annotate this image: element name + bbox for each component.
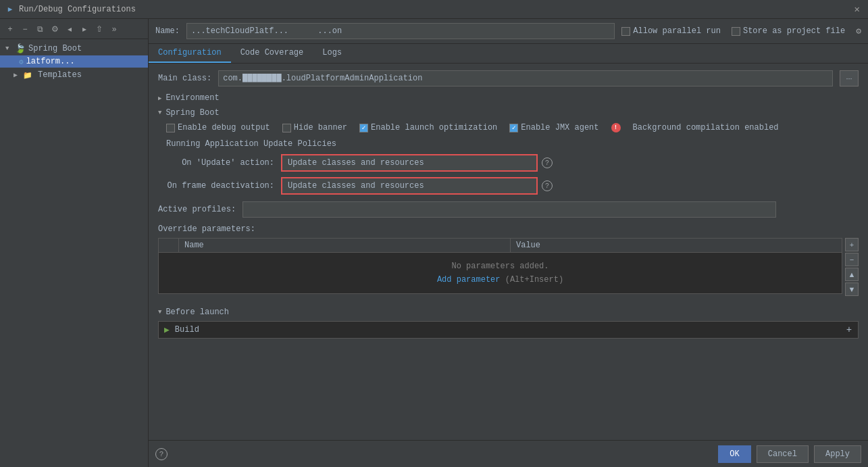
enable-debug-checkbox[interactable]: [166, 124, 175, 132]
enable-jmx-label: Enable JMX agent: [521, 123, 598, 132]
remove-configuration-button[interactable]: −: [19, 23, 31, 35]
enable-jmx-group: Enable JMX agent: [509, 123, 598, 132]
hide-banner-group: Hide banner: [282, 123, 347, 132]
main-class-row: Main class: ···: [158, 70, 859, 87]
no-params-text: No parameters added.: [451, 262, 548, 271]
enable-launch-checkbox[interactable]: [359, 124, 368, 132]
bg-compilation-error-icon: !: [611, 123, 621, 132]
params-table-wrapper: Name Value No parameters added. Add para…: [158, 238, 859, 301]
name-label: Name:: [155, 26, 180, 36]
before-launch-section: ▼ Before launch ▶ Build +: [158, 308, 859, 339]
close-button[interactable]: ✕: [852, 3, 863, 15]
hide-banner-label: Hide banner: [294, 123, 347, 132]
on-frame-dropdown-container: Update classes and resources Update clas…: [281, 177, 553, 195]
name-input[interactable]: [186, 23, 615, 39]
before-launch-header[interactable]: ▼ Before launch: [158, 308, 859, 317]
override-params-section: Override parameters: Name Value No param…: [158, 224, 859, 301]
move-up-button[interactable]: ▲: [845, 268, 859, 281]
content-area: Name: Allow parallel run Store as projec…: [149, 19, 868, 467]
environment-arrow-icon: ▶: [158, 95, 161, 102]
params-table-header: Name Value: [159, 239, 842, 253]
environment-section-title: Environment: [165, 93, 219, 103]
enable-launch-label: Enable launch optimization: [371, 123, 497, 132]
enable-jmx-checkbox[interactable]: [509, 124, 518, 132]
params-col-checkbox: [159, 239, 179, 252]
build-label: Build: [175, 325, 199, 335]
active-profiles-label: Active profiles:: [158, 205, 236, 214]
templates-folder-icon: 📁: [23, 71, 32, 80]
environment-section-header[interactable]: ▶ Environment: [158, 93, 859, 103]
enable-debug-label: Enable debug output: [178, 123, 270, 132]
active-profiles-input[interactable]: [242, 201, 776, 218]
build-item: ▶ Build +: [158, 321, 859, 339]
allow-parallel-label: Allow parallel run: [633, 26, 721, 36]
on-frame-row: On frame deactivation: Update classes an…: [166, 177, 859, 195]
ok-button[interactable]: OK: [718, 445, 750, 463]
help-button[interactable]: ?: [155, 448, 168, 460]
configuration-content: Main class: ··· ▶ Environment ▼ Spring B…: [149, 64, 868, 440]
add-configuration-button[interactable]: +: [4, 23, 16, 35]
tab-configuration[interactable]: Configuration: [149, 44, 231, 63]
prev-button[interactable]: ◂: [63, 23, 76, 35]
move-down-button[interactable]: ▼: [845, 282, 859, 296]
spring-boot-section-arrow-icon: ▼: [158, 109, 161, 116]
hide-banner-checkbox[interactable]: [282, 124, 291, 132]
active-profiles-row: Active profiles:: [158, 201, 859, 218]
add-before-launch-button[interactable]: +: [843, 324, 855, 336]
selected-item-label: latform...: [26, 57, 75, 66]
cancel-button[interactable]: Cancel: [757, 445, 809, 463]
sidebar-toolbar: + − ⧉ ⚙ ◂ ▸ ⇧ »: [0, 19, 148, 39]
config-gear-icon[interactable]: ⚙: [856, 26, 861, 36]
before-launch-label: Before launch: [165, 308, 229, 317]
titlebar-title: Run/Debug Configurations: [19, 5, 852, 14]
spring-boot-arrow: ▼: [5, 45, 12, 52]
spring-boot-group-header[interactable]: ▼ 🍃 Spring Boot: [0, 42, 148, 55]
on-update-row: On 'Update' action: Update classes and r…: [166, 154, 859, 172]
templates-label: Templates: [38, 70, 82, 80]
add-param-link[interactable]: Add parameter: [437, 275, 501, 285]
name-options: Allow parallel run Store as project file…: [621, 26, 861, 36]
tabs-bar: Configuration Code Coverage Logs: [149, 44, 868, 64]
tab-code-coverage[interactable]: Code Coverage: [231, 44, 313, 63]
on-frame-help-icon[interactable]: ?: [542, 180, 553, 191]
spring-boot-section-header[interactable]: ▼ Spring Boot: [158, 108, 859, 118]
spring-boot-section-content: Enable debug output Hide banner Enable l…: [158, 123, 859, 195]
settings-button[interactable]: ⚙: [49, 23, 61, 35]
on-frame-dropdown[interactable]: Update classes and resources Update clas…: [281, 177, 538, 195]
on-update-help-icon[interactable]: ?: [542, 157, 553, 168]
bottom-left: ?: [155, 448, 168, 460]
sidebar: + − ⧉ ⚙ ◂ ▸ ⇧ » ▼ 🍃 Spring Boot ⚙ latfor…: [0, 19, 149, 467]
tab-logs[interactable]: Logs: [313, 44, 351, 63]
more-button[interactable]: »: [108, 23, 120, 35]
templates-arrow-icon: ▶: [14, 71, 18, 79]
running-policies-label: Running Application Update Policies: [166, 139, 859, 149]
next-button[interactable]: ▸: [78, 23, 91, 35]
main-class-label: Main class:: [158, 74, 211, 83]
params-body: No parameters added. Add parameter (Alt+…: [159, 253, 842, 293]
add-param-button[interactable]: +: [845, 238, 859, 251]
store-project-checkbox[interactable]: [732, 27, 740, 36]
remove-param-button[interactable]: −: [845, 253, 859, 266]
override-params-label: Override parameters:: [158, 224, 859, 234]
main-class-input[interactable]: [218, 70, 833, 87]
share-button[interactable]: ⇧: [93, 23, 105, 35]
copy-configuration-button[interactable]: ⧉: [34, 23, 46, 35]
main-class-browse-button[interactable]: ···: [840, 70, 859, 87]
spring-boot-group-label: Spring Boot: [28, 44, 82, 53]
name-bar: Name: Allow parallel run Store as projec…: [149, 19, 868, 44]
sidebar-item-selected[interactable]: ⚙ latform...: [0, 55, 148, 68]
titlebar: ▶ Run/Debug Configurations ✕: [0, 0, 868, 19]
build-icon: ▶: [164, 324, 170, 335]
store-project-label: Store as project file: [743, 26, 845, 36]
allow-parallel-checkbox[interactable]: [621, 27, 630, 36]
on-update-dropdown[interactable]: Update classes and resources Update clas…: [281, 154, 538, 172]
table-action-buttons: + − ▲ ▼: [845, 238, 859, 301]
on-update-dropdown-container: Update classes and resources Update clas…: [281, 154, 553, 172]
enable-debug-group: Enable debug output: [166, 123, 270, 132]
on-frame-label: On frame deactivation:: [166, 181, 274, 191]
store-project-group: Store as project file: [732, 26, 845, 36]
bottom-right: OK Cancel Apply: [718, 445, 861, 463]
templates-item[interactable]: ▶ 📁 Templates: [0, 69, 148, 81]
apply-button[interactable]: Apply: [814, 445, 861, 463]
spring-boot-group: ▼ 🍃 Spring Boot ⚙ latform...: [0, 42, 148, 68]
